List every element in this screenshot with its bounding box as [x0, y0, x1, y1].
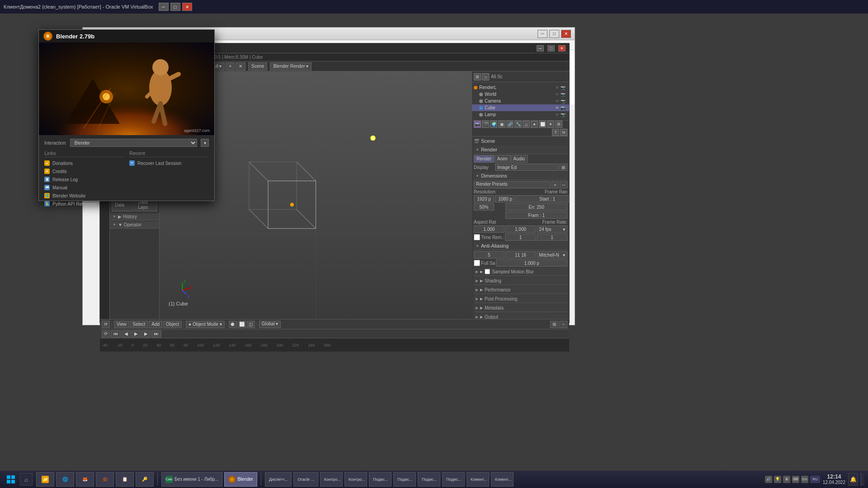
prop-icon-render[interactable]: 📷: [474, 121, 481, 128]
scene-selector[interactable]: Scene: [248, 62, 267, 70]
taskbar-podis1[interactable]: Подис...: [369, 472, 392, 487]
taskbar-podis3[interactable]: Подис...: [418, 472, 440, 487]
tray-icon-lang[interactable]: RU: [810, 476, 820, 483]
prop-icon-extra2[interactable]: N: [560, 129, 567, 136]
taskbar-lo-btn[interactable]: Calc Без имени 1 - Либр...: [161, 472, 222, 487]
prop-icon-texture[interactable]: ⬜: [539, 121, 546, 128]
aa-section[interactable]: Anti-Aliasing: [474, 242, 567, 250]
framerate-input[interactable]: 24 fps ▾: [537, 225, 567, 233]
global-selector[interactable]: Global ▾: [259, 321, 281, 328]
timeline-play-back[interactable]: ⏮: [111, 330, 121, 338]
link-release-log[interactable]: 📋 Release Log: [44, 175, 124, 183]
resolution-y-input[interactable]: [495, 195, 515, 202]
restore-btn[interactable]: □: [170, 3, 180, 11]
viewport-shade2[interactable]: ⬜: [238, 321, 246, 328]
prop-icon-physics[interactable]: ⚙: [555, 121, 562, 128]
prop-icon-extra1[interactable]: T: [552, 129, 559, 136]
view-btn[interactable]: View: [114, 321, 129, 328]
lo-restore[interactable]: □: [549, 30, 559, 38]
taskbar-app-dispetcher[interactable]: Диспетч...: [265, 472, 292, 487]
aa-val1[interactable]: [474, 251, 505, 258]
start-input[interactable]: [516, 195, 569, 202]
metadata-section[interactable]: ▶ Metadata: [474, 304, 567, 312]
post-processing-section[interactable]: ▶ Post Processing: [474, 295, 567, 303]
timeline-play-end[interactable]: ⏭: [151, 330, 161, 338]
dimensions-section[interactable]: Dimensions: [474, 172, 567, 180]
history-section-header[interactable]: ▶ History: [110, 213, 159, 221]
motion-blur-section[interactable]: ▶ Sampled Motion Blur: [474, 267, 567, 276]
taskbar-search[interactable]: ⌕: [20, 473, 33, 486]
time-rem-val2[interactable]: [537, 234, 567, 241]
link-manual[interactable]: 📖 Manual: [44, 183, 124, 192]
blender-minimize[interactable]: ─: [537, 45, 544, 52]
link-donations[interactable]: ♥ Donations: [44, 159, 124, 167]
prop-icon-constraint[interactable]: 🔗: [506, 121, 514, 128]
taskbar-blender-btn[interactable]: Blender: [224, 472, 257, 487]
close-btn[interactable]: ✕: [182, 3, 192, 11]
prop-icon-object[interactable]: ▣: [498, 121, 505, 128]
taskbar-icon-misc3[interactable]: 🔑: [136, 472, 154, 487]
search-icon[interactable]: ⌕: [482, 73, 489, 80]
render-presets-btn[interactable]: Render Presets: [474, 181, 551, 188]
end-input[interactable]: [505, 203, 567, 211]
aspect-y-input[interactable]: [505, 225, 536, 233]
splash-screen[interactable]: B Blender 2.79b: [38, 29, 215, 201]
outliner-icon-view[interactable]: ⊞: [474, 73, 481, 80]
time-rem-val1[interactable]: [505, 234, 536, 241]
taskbar-icon-files[interactable]: 📁: [36, 472, 54, 487]
display-extra-btn[interactable]: ⊞: [559, 164, 567, 171]
blender-close[interactable]: ✕: [558, 45, 566, 52]
taskbar-klient1[interactable]: Клиент...: [467, 472, 489, 487]
timeline-frame-back[interactable]: ◀: [122, 330, 131, 338]
notification-btn[interactable]: 🔔: [848, 473, 858, 486]
prop-icon-data[interactable]: △: [523, 121, 530, 128]
link-blender-website[interactable]: 🌐 Blender Website: [44, 192, 124, 200]
full-sa-checkbox[interactable]: [474, 260, 480, 266]
link-python-api[interactable]: 🐍 Python API Reference: [44, 200, 124, 208]
taskbar-app-oracle[interactable]: Oracle ...: [293, 472, 318, 487]
frame-input[interactable]: [505, 211, 567, 219]
timeline-play[interactable]: ▶: [132, 330, 141, 338]
outliner-item-world[interactable]: World 👁 📷: [472, 91, 569, 98]
taskbar-icon-browser[interactable]: 🌐: [56, 472, 74, 487]
viewport-shade1[interactable]: ⬟: [229, 321, 237, 328]
tray-icon-4[interactable]: ⌨: [792, 476, 799, 483]
minimize-btn[interactable]: ─: [159, 3, 169, 11]
timeline-icon[interactable]: ⟳: [102, 330, 110, 338]
tray-icon-2[interactable]: 💡: [774, 476, 781, 483]
object-btn[interactable]: Object: [163, 321, 182, 328]
taskbar-klient2[interactable]: Клиент...: [491, 472, 514, 487]
aa-val2[interactable]: [505, 251, 536, 258]
display-value[interactable]: Image Ed: [495, 164, 558, 171]
taskbar-podis2[interactable]: Подис...: [393, 472, 416, 487]
tray-icon-5[interactable]: EN: [801, 476, 808, 483]
select-btn[interactable]: Select: [130, 321, 148, 328]
prop-icon-material[interactable]: ●: [531, 121, 538, 128]
resolution-pct-input[interactable]: [474, 203, 494, 211]
aa-filter[interactable]: Mitchell-N ▾: [537, 251, 567, 258]
preset-add-btn[interactable]: +: [552, 181, 559, 188]
render-tab-render[interactable]: Render: [474, 155, 494, 163]
bl-bottom-icon1[interactable]: ⟳: [102, 321, 110, 328]
taskbar-podis4[interactable]: Подис...: [442, 472, 465, 487]
workspace-remove[interactable]: ✕: [236, 62, 245, 70]
resolution-x-input[interactable]: [474, 195, 494, 202]
output-section[interactable]: ▶ Output: [474, 313, 567, 319]
outliner-item-render[interactable]: RenderL 👁 📷: [472, 84, 569, 91]
render-section-header[interactable]: Render: [474, 145, 567, 154]
proportional-btn[interactable]: ○: [559, 321, 567, 328]
prop-icon-modifier[interactable]: 🔧: [514, 121, 522, 128]
lo-close[interactable]: ✕: [561, 30, 571, 38]
shading-prop-section[interactable]: ▶ Shading: [474, 277, 567, 285]
taskbar-control1[interactable]: Контро...: [320, 472, 343, 487]
outliner-item-cube[interactable]: Cube 👁 📷: [472, 104, 569, 111]
add-btn[interactable]: Add: [149, 321, 162, 328]
interaction-selector[interactable]: Blender: [70, 139, 197, 147]
taskbar-icon-misc2[interactable]: 📋: [116, 472, 134, 487]
aa-sample-val[interactable]: [496, 259, 567, 267]
outliner-item-lamp[interactable]: Lamp 👁 📷: [472, 111, 569, 118]
tray-icon-1[interactable]: 🔊: [765, 476, 772, 483]
viewport-shade3[interactable]: ◫: [247, 321, 255, 328]
prop-icon-world[interactable]: 🌍: [490, 121, 497, 128]
aspect-x-input[interactable]: [474, 225, 505, 233]
